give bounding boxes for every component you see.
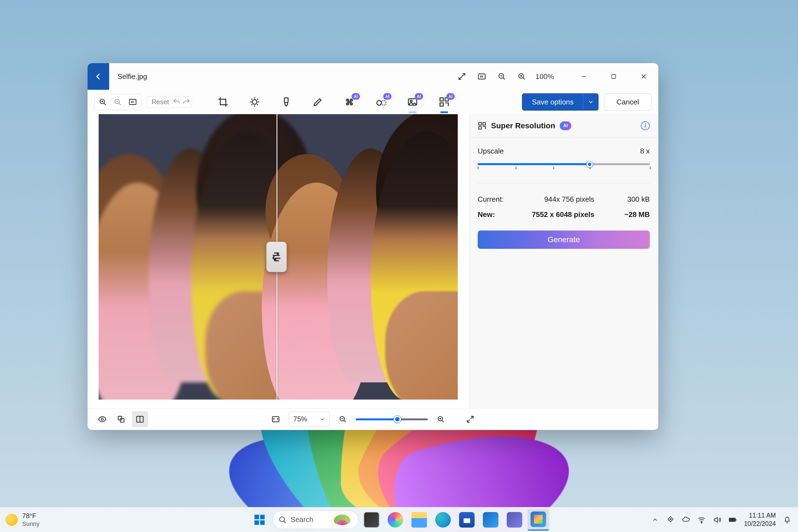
fullscreen-icon[interactable] <box>456 70 468 82</box>
markup-tool[interactable] <box>272 92 301 112</box>
system-tray: 11:11 AM10/22/2024 <box>651 512 791 528</box>
erase-tool[interactable]: AI <box>335 92 364 112</box>
copilot-button[interactable] <box>385 509 406 531</box>
explorer-button[interactable] <box>408 509 430 531</box>
panel-header: Super Resolution AI i <box>469 114 658 137</box>
eye-icon[interactable] <box>94 411 110 427</box>
svg-point-13 <box>377 100 382 105</box>
security-icon[interactable] <box>666 516 675 524</box>
compare-handle[interactable] <box>266 242 287 272</box>
super-resolution-tool[interactable]: AI <box>430 92 459 112</box>
zoom-in-button[interactable] <box>96 95 110 109</box>
image-compare-canvas[interactable] <box>99 114 458 400</box>
layers-icon[interactable] <box>113 411 129 427</box>
current-size: 300 kB <box>608 195 650 204</box>
adjust-tool[interactable] <box>240 92 269 112</box>
edge-button[interactable] <box>432 509 454 531</box>
generate-button[interactable]: Generate <box>478 230 650 249</box>
crop-tool[interactable] <box>209 92 238 112</box>
svg-point-7 <box>252 100 257 104</box>
zoom-out-icon[interactable] <box>496 70 508 82</box>
weather-widget[interactable]: 78°FSunny <box>5 512 39 528</box>
file-name: Selfie.jpg <box>117 72 147 81</box>
zoom-slider[interactable] <box>356 414 428 425</box>
svg-point-22 <box>101 418 103 420</box>
zoom-in-icon[interactable] <box>516 70 528 82</box>
battery-icon[interactable] <box>728 516 737 524</box>
zoom-out-icon[interactable] <box>335 411 351 427</box>
volume-icon[interactable] <box>713 516 721 524</box>
outlook-button[interactable] <box>480 509 501 531</box>
svg-rect-8 <box>284 98 288 102</box>
compare-view-icon[interactable] <box>132 411 148 427</box>
store-button[interactable] <box>456 509 478 531</box>
active-indicator <box>409 111 416 113</box>
zoom-select[interactable]: 75% <box>289 412 330 427</box>
search-highlight-icon <box>334 515 350 525</box>
new-size: ~28 MB <box>608 210 650 219</box>
svg-rect-30 <box>260 515 265 519</box>
actual-size-icon[interactable] <box>476 70 488 82</box>
editor-footer: 75% <box>88 408 658 430</box>
search-box[interactable]: Search <box>273 511 359 529</box>
sun-icon <box>5 514 18 526</box>
zoom-group <box>94 94 141 110</box>
fullscreen-icon[interactable] <box>462 411 478 427</box>
super-resolution-panel: Super Resolution AI i Upscale 8 x <box>469 114 658 408</box>
ai-badge-icon: AI <box>446 93 455 100</box>
close-button[interactable] <box>632 63 655 90</box>
svg-point-34 <box>670 518 671 520</box>
maximize-button[interactable] <box>603 63 625 90</box>
photos-editor-window: Selfie.jpg 100% Reset <box>88 63 658 430</box>
upscale-value: 8 x <box>640 147 650 155</box>
back-button[interactable] <box>88 63 109 90</box>
svg-point-35 <box>701 522 702 523</box>
chevron-up-icon[interactable] <box>651 516 659 524</box>
undo-button[interactable] <box>172 97 181 107</box>
ai-badge-icon: AI <box>352 93 360 100</box>
fit-button[interactable] <box>126 95 140 109</box>
wifi-icon[interactable] <box>698 516 706 524</box>
after-image <box>277 114 458 400</box>
titlebar: Selfie.jpg 100% <box>88 63 658 90</box>
reset-button[interactable]: Reset <box>152 98 172 106</box>
notifications-icon[interactable] <box>783 516 791 524</box>
svg-rect-32 <box>260 520 265 525</box>
photos-button[interactable] <box>528 509 549 531</box>
clock[interactable]: 11:11 AM10/22/2024 <box>744 512 776 528</box>
task-view-button[interactable] <box>361 509 382 531</box>
save-options-button[interactable]: Save options <box>522 93 598 111</box>
upscale-label: Upscale <box>478 147 504 155</box>
edit-toolbar: Reset AI AI AI <box>88 90 658 114</box>
search-placeholder: Search <box>291 515 314 524</box>
remove-background-tool[interactable]: AI <box>398 92 427 112</box>
search-icon <box>279 516 287 524</box>
draw-tool[interactable] <box>303 92 332 112</box>
zoom-out-button[interactable] <box>111 95 125 109</box>
teams-button[interactable] <box>504 509 525 531</box>
blur-background-tool[interactable]: AI <box>366 92 395 112</box>
svg-rect-29 <box>254 515 259 519</box>
svg-rect-17 <box>440 103 443 106</box>
svg-rect-21 <box>483 122 486 125</box>
upscale-slider[interactable] <box>478 159 650 175</box>
start-button[interactable] <box>249 509 270 531</box>
slider-thumb[interactable] <box>587 161 593 167</box>
svg-point-15 <box>410 100 412 102</box>
panel-title: Super Resolution <box>491 121 555 130</box>
info-icon[interactable]: i <box>641 121 650 130</box>
new-label: New: <box>478 210 528 219</box>
zoom-in-icon[interactable] <box>433 411 449 427</box>
redo-button[interactable] <box>182 97 191 107</box>
cancel-button[interactable]: Cancel <box>604 93 651 111</box>
ai-badge-icon: AI <box>383 93 392 100</box>
taskbar-center: Search <box>249 509 549 531</box>
ai-badge-icon: AI <box>415 93 423 100</box>
minimize-button[interactable] <box>573 63 595 90</box>
svg-rect-19 <box>479 122 481 125</box>
onedrive-icon[interactable] <box>682 516 690 524</box>
new-dimensions: 7552 x 6048 pixels <box>528 210 608 219</box>
fit-screen-icon[interactable] <box>268 411 284 427</box>
svg-rect-16 <box>440 98 443 101</box>
active-indicator <box>440 111 448 113</box>
